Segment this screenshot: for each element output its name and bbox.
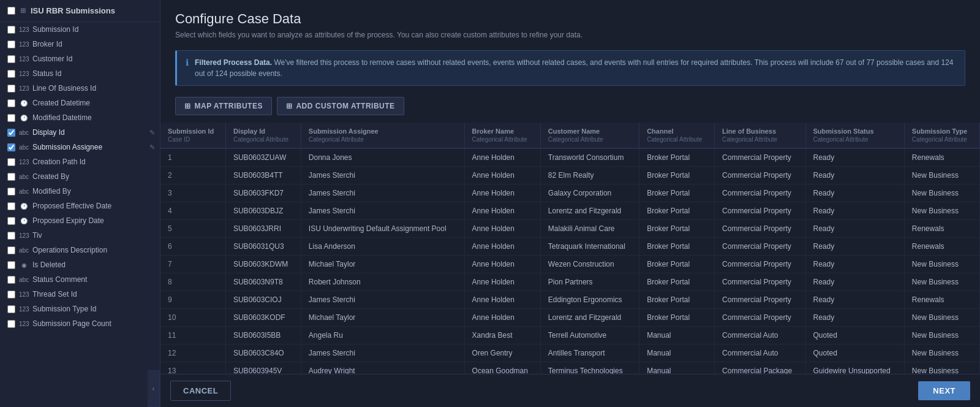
table-row: 13SUB0603945VAudrey WrightOcean GoodmanT… [160, 362, 980, 375]
sidebar-item-modified-datetime[interactable]: 🕐 Modified Datetime [0, 110, 160, 125]
main-header: Configure Case Data Select which fields … [160, 0, 980, 44]
sidebar-checkbox-line-of-business-id[interactable] [7, 85, 15, 93]
sidebar-checkbox-creation-path-id[interactable] [7, 158, 15, 166]
col-subtype-display-id: Categorical Attribute [233, 136, 293, 143]
table-row: 11SUB0603I5BBAngela RuXandra BestTerrell… [160, 327, 980, 344]
table-cell-channel: Broker Portal [639, 148, 715, 167]
sidebar-item-submission-id[interactable]: 123 Submission Id [0, 22, 160, 37]
banner-title: Filtered Process Data. [195, 58, 272, 67]
table-cell-line-of-business: Commercial Auto [715, 327, 805, 344]
sidebar-checkbox-status-comment[interactable] [7, 276, 15, 284]
sidebar-item-label-proposed-effective-date: Proposed Effective Date [32, 202, 155, 210]
table-cell-customer-name: Antilles Transport [540, 344, 639, 362]
sidebar-item-thread-set-id[interactable]: 123 Thread Set Id [0, 287, 160, 302]
table-cell-display-id: SUB0603KODF [225, 309, 301, 327]
table-cell-display-id: SUB0603KDWM [225, 256, 301, 273]
sidebar-item-edit-icon-display-id[interactable]: ✎ [149, 129, 155, 137]
table-cell-broker-name: Anne Holden [464, 238, 540, 256]
sidebar-item-label-modified-datetime: Modified Datetime [32, 113, 155, 122]
sidebar-item-creation-path-id[interactable]: 123 Creation Path Id [0, 154, 160, 169]
sidebar-item-edit-icon-submission-assignee[interactable]: ✎ [149, 143, 155, 151]
sidebar-checkbox-created-datetime[interactable] [7, 99, 15, 107]
sidebar-item-created-datetime[interactable]: 🕐 Created Datetime [0, 96, 160, 110]
next-button[interactable]: NEXT [918, 381, 970, 400]
sidebar-item-status-comment[interactable]: abc Status Comment [0, 272, 160, 287]
sidebar-item-is-deleted[interactable]: ◉ Is Deleted [0, 257, 160, 272]
sidebar-checkbox-created-by[interactable] [7, 173, 15, 181]
sidebar-item-label-submission-page-count: Submission Page Count [32, 319, 155, 328]
table-cell-display-id: SUB0603CIOJ [225, 291, 301, 309]
sidebar-checkbox-submission-type-id[interactable] [7, 305, 15, 313]
table-header: Submission IdCase IDDisplay IdCategorica… [160, 123, 980, 148]
sidebar-item-operations-description[interactable]: abc Operations Description [0, 243, 160, 257]
table-cell-customer-name: Transworld Consortium [540, 148, 639, 167]
col-subtype-submission-status: Categorical Attribute [813, 136, 897, 143]
sidebar-checkbox-display-id[interactable] [7, 129, 15, 137]
cancel-button[interactable]: CANCEL [170, 381, 231, 401]
sidebar-item-proposed-effective-date[interactable]: 🕐 Proposed Effective Date [0, 199, 160, 213]
table-cell-broker-name: Ocean Goodman [464, 362, 540, 375]
table-cell-submission-assignee: James Sterchi [301, 344, 464, 362]
sidebar-item-proposed-expiry-date[interactable]: 🕐 Proposed Expiry Date [0, 213, 160, 228]
sidebar-checkbox-proposed-effective-date[interactable] [7, 202, 15, 210]
table-cell-submission-status: Ready [805, 167, 904, 184]
sidebar-checkbox-proposed-expiry-date[interactable] [7, 217, 15, 225]
col-subtype-channel: Categorical Attribute [647, 136, 707, 143]
sidebar-item-line-of-business-id[interactable]: 123 Line Of Business Id [0, 81, 160, 96]
sidebar-item-submission-type-id[interactable]: 123 Submission Type Id [0, 302, 160, 316]
sidebar-item-type-icon-display-id: abc [19, 129, 29, 136]
table-cell-submission-assignee: Audrey Wright [301, 362, 464, 375]
sidebar-collapse-button[interactable]: ‹ [148, 370, 160, 407]
table-cell-broker-name: Anne Holden [464, 273, 540, 291]
sidebar-checkbox-submission-assignee[interactable] [7, 143, 15, 151]
table-body: 1SUB0603ZUAWDonna JonesAnne HoldenTransw… [160, 148, 980, 374]
table-cell-channel: Broker Portal [639, 184, 715, 202]
sidebar-item-broker-id[interactable]: 123 Broker Id [0, 37, 160, 51]
table-cell-customer-name: Lorentz and Fitzgerald [540, 202, 639, 220]
data-table: Submission IdCase IDDisplay IdCategorica… [160, 123, 980, 374]
table-cell-customer-name: Galaxy Corporation [540, 184, 639, 202]
table-cell-submission-status: Ready [805, 309, 904, 327]
sidebar-item-type-icon-submission-type-id: 123 [19, 306, 29, 313]
sidebar-checkbox-operations-description[interactable] [7, 246, 15, 254]
sidebar-checkbox-thread-set-id[interactable] [7, 291, 15, 299]
table-cell-customer-name: Terrell Automotive [540, 327, 639, 344]
sidebar-item-submission-assignee[interactable]: abc Submission Assignee ✎ [0, 140, 160, 154]
table-cell-submission-id: 2 [160, 167, 225, 184]
sidebar-item-modified-by[interactable]: abc Modified By [0, 184, 160, 199]
add-custom-attribute-button[interactable]: ⊞ ADD CUSTOM ATTRIBUTE [277, 97, 404, 115]
table-cell-submission-id: 4 [160, 202, 225, 220]
sidebar-item-created-by[interactable]: abc Created By [0, 169, 160, 184]
col-header-submission-type: Submission TypeCategorical Attribute [904, 123, 979, 148]
sidebar-item-status-id[interactable]: 123 Status Id [0, 66, 160, 81]
bottom-bar: CANCEL NEXT [160, 374, 980, 407]
sidebar-item-label-status-id: Status Id [32, 69, 155, 78]
sidebar-checkbox-submission-id[interactable] [7, 26, 15, 34]
sidebar-checkbox-customer-id[interactable] [7, 55, 15, 63]
sidebar-checkbox-modified-by[interactable] [7, 188, 15, 196]
sidebar-checkbox-broker-id[interactable] [7, 40, 15, 48]
info-icon: ℹ [186, 58, 189, 79]
sidebar-checkbox-is-deleted[interactable] [7, 261, 15, 269]
sidebar-checkbox-status-id[interactable] [7, 70, 15, 78]
table-cell-broker-name: Anne Holden [464, 309, 540, 327]
table-cell-submission-type: New Business [904, 167, 979, 184]
sidebar-item-display-id[interactable]: abc Display Id ✎ [0, 125, 160, 140]
table-cell-line-of-business: Commercial Property [715, 273, 805, 291]
table-cell-channel: Manual [639, 344, 715, 362]
sidebar-item-type-icon-submission-page-count: 123 [19, 321, 29, 327]
table-cell-broker-name: Anne Holden [464, 148, 540, 167]
sidebar-checkbox-modified-datetime[interactable] [7, 114, 15, 122]
sidebar-item-tiv[interactable]: 123 Tiv [0, 228, 160, 243]
sidebar-checkbox-tiv[interactable] [7, 232, 15, 240]
sidebar-item-customer-id[interactable]: 123 Customer Id [0, 51, 160, 66]
table-cell-submission-id: 3 [160, 184, 225, 202]
sidebar-checkbox-submission-page-count[interactable] [7, 320, 15, 328]
sidebar-select-all-checkbox[interactable] [7, 7, 15, 15]
sidebar: ⊞ ISU RBR Submissions 123 Submission Id … [0, 0, 160, 407]
sidebar-item-submission-page-count[interactable]: 123 Submission Page Count [0, 316, 160, 331]
sidebar-item-type-icon-thread-set-id: 123 [19, 291, 29, 298]
col-header-broker-name: Broker NameCategorical Attribute [464, 123, 540, 148]
table-cell-customer-name: Lorentz and Fitzgerald [540, 309, 639, 327]
map-attributes-button[interactable]: ⊞ MAP ATTRIBUTES [175, 97, 272, 115]
